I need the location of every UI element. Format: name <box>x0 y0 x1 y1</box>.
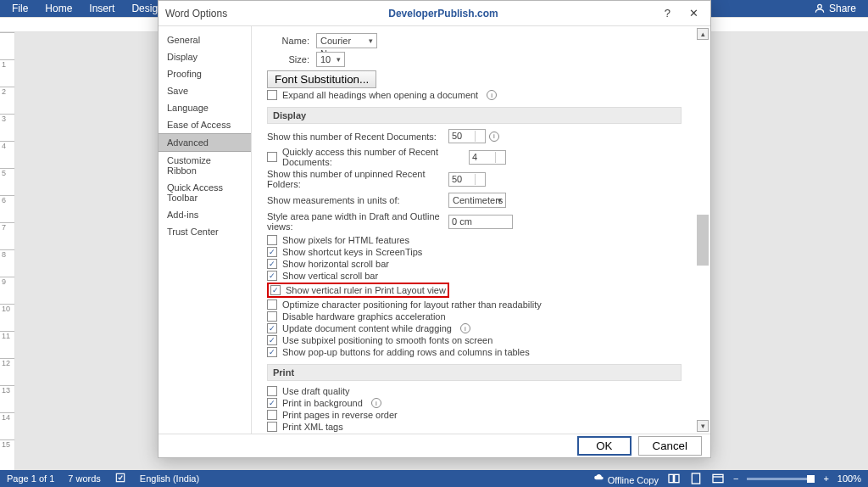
size-label: Size: <box>267 54 309 64</box>
offline-status[interactable]: Offline Copy <box>593 472 659 485</box>
hscroll-checkbox[interactable] <box>267 259 277 269</box>
font-substitution-button[interactable]: Font Substitution... <box>267 70 376 88</box>
name-select[interactable]: Courier New <box>316 33 377 48</box>
close-button[interactable]: ✕ <box>684 5 704 21</box>
vruler-label: Show vertical ruler in Print Layout view <box>286 285 446 295</box>
zoom-out-button[interactable]: − <box>733 473 738 484</box>
language-status[interactable]: English (India) <box>140 473 199 484</box>
word-count[interactable]: 7 words <box>68 473 101 484</box>
developer-publish-link[interactable]: DeveloperPublish.com <box>388 8 498 20</box>
optimize-label: Optimize character positioning for layou… <box>282 299 542 310</box>
sidebar-item-save[interactable]: Save <box>159 82 251 99</box>
draft-label: Use draft quality <box>282 386 349 396</box>
expand-headings-checkbox[interactable] <box>267 90 277 100</box>
optimize-checkbox[interactable] <box>267 299 277 310</box>
sidebar-item-trust-center[interactable]: Trust Center <box>159 223 251 240</box>
recent-folders-label: Show this number of unpinned Recent Fold… <box>267 169 442 189</box>
recent-folders-input[interactable]: 50 <box>448 172 486 187</box>
popup-label: Show pop-up buttons for adding rows and … <box>282 347 530 357</box>
background-label: Print in background <box>282 398 363 408</box>
sidebar-item-ease-of-access[interactable]: Ease of Access <box>159 116 251 133</box>
page-status[interactable]: Page 1 of 1 <box>7 473 54 484</box>
sidebar-item-display[interactable]: Display <box>159 48 251 65</box>
quick-access-label: Quickly access this number of Recent Doc… <box>282 147 464 167</box>
print-layout-icon[interactable] <box>689 472 703 485</box>
size-select[interactable]: 10 <box>316 52 345 67</box>
vruler-checkbox[interactable] <box>270 285 281 295</box>
pixels-label: Show pixels for HTML features <box>282 235 409 245</box>
options-content: ▴ ▾ Name: Courier New Size: 10 Font Subs… <box>252 26 710 434</box>
quick-access-input[interactable]: 4 <box>469 150 506 165</box>
sidebar-item-quick-access-toolbar[interactable]: Quick Access Toolbar <box>159 179 251 206</box>
vscroll-checkbox[interactable] <box>267 271 277 281</box>
word-options-dialog: Word Options DeveloperPublish.com ? ✕ Ge… <box>158 0 711 458</box>
xml-checkbox[interactable] <box>267 422 277 432</box>
dragging-checkbox[interactable] <box>267 323 277 333</box>
read-mode-icon[interactable] <box>667 472 681 485</box>
web-layout-icon[interactable] <box>711 472 725 485</box>
status-bar: Page 1 of 1 7 words English (India) Offl… <box>0 470 868 487</box>
svg-rect-4 <box>692 473 699 484</box>
hscroll-label: Show horizontal scroll bar <box>282 259 389 269</box>
scroll-up-button[interactable]: ▴ <box>697 28 709 40</box>
ribbon-tab-insert[interactable]: Insert <box>81 3 123 14</box>
ok-button[interactable]: OK <box>577 436 631 456</box>
zoom-slider[interactable] <box>747 478 815 480</box>
zoom-level[interactable]: 100% <box>837 473 861 484</box>
svg-rect-3 <box>675 474 679 482</box>
display-section-header: Display <box>267 107 682 124</box>
style-area-input[interactable]: 0 cm <box>448 215 513 229</box>
dragging-label: Update document content while dragging <box>282 323 452 333</box>
scroll-down-button[interactable]: ▾ <box>697 420 709 432</box>
help-icon[interactable]: i <box>371 398 381 408</box>
background-checkbox[interactable] <box>267 398 277 408</box>
reverse-label: Print pages in reverse order <box>282 410 398 420</box>
zoom-in-button[interactable]: + <box>823 473 828 484</box>
shortcut-checkbox[interactable] <box>267 247 277 257</box>
quick-access-checkbox[interactable] <box>267 152 277 162</box>
units-label: Show measurements in units of: <box>267 195 442 205</box>
units-select[interactable]: Centimeters <box>448 193 506 208</box>
svg-rect-5 <box>713 474 723 482</box>
sidebar-item-customize-ribbon[interactable]: Customize Ribbon <box>159 152 251 179</box>
proofing-icon[interactable] <box>114 472 126 485</box>
draft-checkbox[interactable] <box>267 386 277 396</box>
dialog-footer: OK Cancel <box>159 434 710 457</box>
sidebar-item-advanced[interactable]: Advanced <box>159 133 251 152</box>
share-icon <box>814 3 826 14</box>
vruler-highlight: Show vertical ruler in Print Layout view <box>267 283 449 298</box>
cancel-button[interactable]: Cancel <box>638 436 703 456</box>
help-icon[interactable]: i <box>489 132 499 142</box>
share-label: Share <box>829 3 856 14</box>
reverse-checkbox[interactable] <box>267 410 277 420</box>
hardware-label: Disable hardware graphics acceleration <box>282 311 446 322</box>
options-sidebar: General Display Proofing Save Language E… <box>159 26 252 434</box>
sidebar-item-general[interactable]: General <box>159 31 251 48</box>
shortcut-label: Show shortcut keys in ScreenTips <box>282 247 422 257</box>
popup-checkbox[interactable] <box>267 347 277 357</box>
sidebar-item-proofing[interactable]: Proofing <box>159 65 251 82</box>
sidebar-item-add-ins[interactable]: Add-ins <box>159 206 251 223</box>
ribbon-tab-file[interactable]: File <box>3 3 36 14</box>
subpixel-checkbox[interactable] <box>267 335 277 345</box>
ribbon-tab-home[interactable]: Home <box>36 3 81 14</box>
hardware-checkbox[interactable] <box>267 311 277 322</box>
cloud-icon <box>593 472 605 484</box>
expand-headings-label: Expand all headings when opening a docum… <box>282 90 478 100</box>
share-button[interactable]: Share <box>814 3 865 14</box>
pixels-checkbox[interactable] <box>267 235 277 245</box>
vscroll-label: Show vertical scroll bar <box>282 271 378 281</box>
style-area-label: Style area pane width in Draft and Outli… <box>267 211 442 232</box>
scrollbar-thumb[interactable] <box>697 215 709 266</box>
dialog-title: Word Options <box>165 8 227 20</box>
help-icon[interactable]: i <box>487 90 497 100</box>
name-label: Name: <box>267 36 309 46</box>
recent-docs-label: Show this number of Recent Documents: <box>267 132 442 142</box>
help-button[interactable]: ? <box>659 5 676 21</box>
sidebar-item-language[interactable]: Language <box>159 99 251 116</box>
xml-label: Print XML tags <box>282 422 343 432</box>
subpixel-label: Use subpixel positioning to smooth fonts… <box>282 335 492 345</box>
dialog-titlebar: Word Options DeveloperPublish.com ? ✕ <box>159 1 710 26</box>
help-icon[interactable]: i <box>460 323 470 333</box>
recent-docs-input[interactable]: 50 <box>448 129 486 143</box>
